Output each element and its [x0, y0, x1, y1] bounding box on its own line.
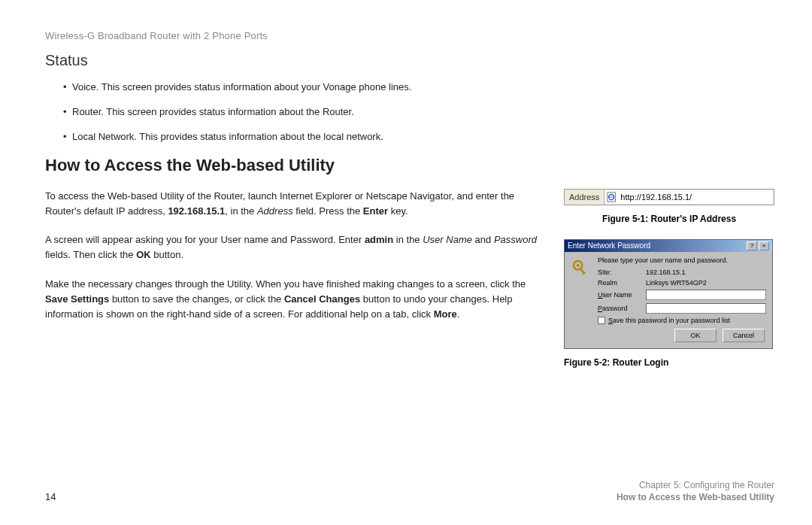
text-span: field. Press the — [293, 205, 363, 217]
password-label: Password — [598, 305, 641, 312]
username-input[interactable] — [646, 290, 766, 300]
text-span: button to save the changes, or click the — [109, 293, 284, 305]
username-label: User Name — [598, 291, 641, 299]
address-bar-url: http://192.168.15.1/ — [620, 193, 692, 202]
ok-button[interactable]: OK — [674, 329, 717, 342]
text-span: , in the — [225, 205, 257, 217]
admin-word: admin — [365, 234, 393, 245]
figure-5-1-caption: Figure 5-1: Router's IP Address — [564, 213, 774, 226]
bullet-dot-icon: • — [63, 131, 72, 142]
address-bar-figure: Address http://192.168.15.1/ — [564, 189, 774, 205]
status-bullets: • Voice. This screen provides status inf… — [63, 81, 774, 142]
ip-address: 192.168.15.1 — [168, 205, 225, 217]
site-row: Site: 192.168.15.1 — [598, 269, 766, 276]
label-text: ser Name — [603, 291, 632, 299]
paragraph-changes: Make the necessary changes through the U… — [45, 277, 541, 322]
realm-label: Realm — [598, 279, 641, 287]
bullet-dot-icon: • — [63, 81, 72, 93]
bullet-text: Local Network. This provides status info… — [72, 131, 774, 142]
site-value: 192.168.15.1 — [646, 269, 686, 276]
bullet-dot-icon: • — [63, 106, 72, 117]
dialog-button-row: OK Cancel — [598, 329, 766, 342]
password-row: Password — [598, 303, 766, 314]
address-bar-label: Address — [565, 190, 604, 205]
dialog-fields: Please type your user name and password.… — [598, 256, 766, 342]
save-password-row: Save this password in your password list — [598, 317, 766, 324]
text-span: Make the necessary changes through the U… — [45, 278, 526, 290]
key-lock-icon — [571, 256, 592, 342]
bullet-text: Voice. This screen provides status infor… — [72, 81, 774, 93]
address-bar-field[interactable]: http://192.168.15.1/ — [605, 190, 773, 204]
text-span: and — [472, 234, 494, 245]
document-page: Wireless-G Broadband Router with 2 Phone… — [0, 0, 812, 525]
cancel-button[interactable]: Cancel — [723, 329, 765, 342]
password-input[interactable] — [646, 303, 766, 314]
realm-row: Realm Linksys WRT54GP2 — [598, 279, 766, 287]
text-span: in the — [393, 234, 423, 245]
address-label-text: Address — [569, 193, 599, 202]
main-heading: How to Access the Web-based Utility — [45, 156, 774, 175]
text-span: fields. Then click the — [45, 249, 136, 260]
dialog-title-text: Enter Network Password — [568, 241, 650, 250]
enter-key-label: Enter — [363, 205, 388, 217]
bullet-voice: • Voice. This screen provides status inf… — [63, 81, 774, 93]
text-span: A screen will appear asking you for your… — [45, 234, 365, 245]
close-icon[interactable]: × — [759, 241, 769, 250]
site-label: Site: — [598, 269, 641, 276]
page-number: 14 — [45, 491, 56, 502]
figures-column: Address http://192.168.15.1/ Figure 5-1:… — [564, 189, 774, 383]
body-text-column: To access the Web-based Utility of the R… — [45, 189, 541, 383]
paragraph-access: To access the Web-based Utility of the R… — [45, 189, 541, 219]
realm-value: Linksys WRT54GP2 — [646, 279, 707, 287]
status-heading: Status — [45, 52, 774, 69]
save-settings-word: Save Settings — [45, 293, 109, 305]
text-span: button. — [151, 249, 183, 260]
text-span: key. — [388, 205, 408, 217]
page-footer: 14 Chapter 5: Configuring the Router How… — [45, 480, 774, 502]
bullet-text: Router. This screen provides status info… — [72, 106, 774, 117]
save-password-checkbox[interactable] — [598, 317, 605, 324]
more-word: More — [434, 308, 457, 320]
login-dialog-figure: Enter Network Password ? × — [564, 239, 773, 349]
help-icon[interactable]: ? — [747, 241, 757, 250]
ok-word: OK — [136, 249, 151, 260]
save-password-label: Save this password in your password list — [608, 317, 730, 324]
dialog-message: Please type your user name and password. — [598, 256, 766, 264]
user-name-field: User Name — [423, 234, 472, 245]
label-text: ave this password in your password list — [613, 317, 730, 324]
footer-right: Chapter 5: Configuring the Router How to… — [617, 480, 774, 502]
figure-5-2-caption: Figure 5-2: Router Login — [564, 357, 774, 369]
paragraph-login: A screen will appear asking you for your… — [45, 232, 541, 262]
dialog-body: Please type your user name and password.… — [565, 252, 772, 348]
footer-section: How to Access the Web-based Utility — [617, 492, 774, 502]
password-field: Password — [494, 234, 537, 245]
username-row: User Name — [598, 290, 766, 300]
cancel-changes-word: Cancel Changes — [284, 293, 360, 305]
footer-chapter: Chapter 5: Configuring the Router — [617, 480, 774, 490]
title-bar-buttons: ? × — [747, 241, 769, 250]
text-span: . — [457, 308, 460, 320]
bullet-router: • Router. This screen provides status in… — [63, 106, 774, 117]
dialog-title-bar: Enter Network Password ? × — [565, 240, 772, 252]
ie-page-icon — [607, 192, 617, 202]
product-header: Wireless-G Broadband Router with 2 Phone… — [45, 30, 774, 41]
svg-point-3 — [577, 264, 580, 267]
label-text: assword — [602, 305, 628, 312]
address-field-label: Address — [257, 205, 293, 217]
content-row: To access the Web-based Utility of the R… — [45, 189, 774, 383]
bullet-local-network: • Local Network. This provides status in… — [63, 131, 774, 142]
